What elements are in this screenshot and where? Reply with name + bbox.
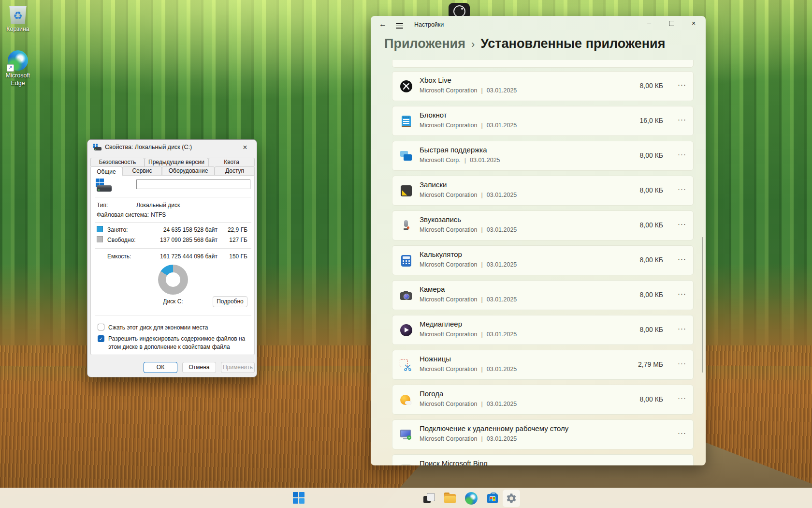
app-name: Медиаплеер: [420, 320, 462, 328]
shortcut-arrow-icon: ↗: [7, 64, 14, 72]
app-name: Калькулятор: [420, 250, 462, 258]
app-meta: Microsoft Corporation|03.01.2025: [420, 296, 517, 303]
quick-assist-icon: [399, 149, 413, 163]
divider: [95, 315, 251, 315]
app-meta: Microsoft Corporation|03.01.2025: [420, 226, 517, 233]
snipping-tool-icon: [399, 359, 413, 372]
task-view-button[interactable]: [422, 492, 435, 505]
breadcrumb-separator: ›: [465, 38, 480, 50]
details-button[interactable]: Подробно: [213, 296, 247, 307]
settings-button[interactable]: [503, 490, 520, 507]
tab-sharing[interactable]: Доступ: [215, 166, 255, 176]
app-row[interactable]: Записки Microsoft Corporation|03.01.2025…: [392, 176, 694, 206]
compress-checkbox[interactable]: [98, 324, 104, 330]
dialog-close-button[interactable]: ×: [238, 141, 252, 154]
row-menu-button[interactable]: ···: [678, 394, 686, 402]
free-label: Свободно:: [107, 237, 136, 243]
window-title: Настройки: [414, 21, 444, 28]
tab-quota[interactable]: Квота: [208, 158, 255, 166]
app-name: Поиск Microsoft Bing: [420, 459, 488, 465]
dialog-title: Свойства: Локальный диск (C:): [105, 144, 192, 150]
row-menu-button[interactable]: ···: [678, 115, 686, 123]
camera-icon: [399, 289, 413, 302]
app-row[interactable]: Погода Microsoft Corporation|03.01.2025 …: [392, 385, 694, 415]
edge-button[interactable]: [465, 492, 478, 505]
desktop-icon-recycle-bin[interactable]: ♻ Корзина: [0, 4, 36, 33]
app-row[interactable]: Звукозапись Microsoft Corporation|03.01.…: [392, 210, 694, 240]
apply-button[interactable]: Применить: [221, 362, 255, 373]
divider: [95, 248, 251, 249]
app-row[interactable]: Xbox Live Microsoft Corporation|03.01.20…: [392, 71, 694, 101]
desktop-icon-label: Microsoft Edge: [1, 72, 35, 87]
app-size: 8,00 КБ: [640, 395, 663, 403]
app-row[interactable]: Поиск Microsoft Bing: [392, 454, 694, 465]
app-row[interactable]: Калькулятор Microsoft Corporation|03.01.…: [392, 245, 694, 275]
desktop-icon-edge[interactable]: ↗ Microsoft Edge: [0, 50, 36, 87]
app-name: Погода: [420, 389, 443, 398]
close-button[interactable]: ×: [684, 17, 703, 30]
index-checkbox[interactable]: ✓: [98, 335, 104, 342]
app-row[interactable]: Камера Microsoft Corporation|03.01.2025 …: [392, 280, 694, 310]
app-row[interactable]: Блокнот Microsoft Corporation|03.01.2025…: [392, 106, 694, 136]
app-name: Ножницы: [420, 355, 451, 363]
row-menu-button[interactable]: ···: [678, 324, 686, 332]
capacity-bytes: 161 725 444 096 байт: [150, 253, 218, 260]
app-name: Звукозапись: [420, 215, 461, 224]
taskbar: РУС 17:22 03.01.2025 z: [0, 488, 812, 508]
app-size: 16,0 КБ: [640, 117, 663, 124]
app-size: 8,00 КБ: [640, 256, 663, 264]
desktop-icon-label: Корзина: [0, 26, 36, 33]
edge-icon: ↗: [8, 50, 28, 71]
tab-previous-versions[interactable]: Предыдущие версии: [145, 158, 208, 166]
divider: [95, 222, 251, 223]
tab-security[interactable]: Безопасность: [90, 158, 145, 166]
breadcrumb-parent[interactable]: Приложения: [384, 36, 465, 51]
row-menu-button[interactable]: ···: [678, 429, 686, 437]
app-size: 8,00 КБ: [640, 186, 663, 194]
file-explorer-button[interactable]: [444, 492, 456, 505]
scrollbar-thumb[interactable]: [702, 237, 703, 373]
capacity-label: Емкость:: [107, 253, 131, 260]
capacity-size: 150 ГБ: [218, 253, 247, 260]
row-menu-button[interactable]: ···: [678, 150, 686, 158]
row-menu-button[interactable]: ···: [678, 359, 686, 367]
app-size: 2,79 МБ: [638, 360, 663, 368]
used-size: 22,9 ГБ: [218, 226, 247, 233]
app-row-partial-top[interactable]: [392, 60, 694, 68]
row-menu-button[interactable]: ···: [678, 289, 686, 298]
store-button[interactable]: [486, 492, 499, 505]
hamburger-menu-icon[interactable]: [396, 22, 403, 30]
free-color-swatch: [97, 236, 103, 242]
tab-general[interactable]: Общие: [90, 166, 122, 177]
start-button[interactable]: [293, 492, 305, 505]
tab-tools[interactable]: Сервис: [122, 166, 162, 176]
row-menu-button[interactable]: ···: [678, 80, 686, 89]
free-bytes: 137 090 285 568 байт: [150, 237, 218, 243]
xbox-live-icon: [399, 80, 413, 93]
disk-small-icon: [93, 144, 102, 150]
app-row[interactable]: Медиаплеер Microsoft Corporation|03.01.2…: [392, 315, 694, 345]
app-name: Подключение к удаленному рабочему столу: [420, 424, 568, 433]
ok-button[interactable]: ОК: [144, 362, 177, 373]
type-label: Тип:: [97, 202, 108, 209]
app-meta: Microsoft Corporation|03.01.2025: [420, 192, 517, 198]
tab-hardware[interactable]: Оборудование: [162, 166, 215, 176]
maximize-button[interactable]: [662, 17, 681, 30]
minimize-button[interactable]: –: [639, 17, 659, 30]
app-row[interactable]: Ножницы Microsoft Corporation|03.01.2025…: [392, 350, 694, 380]
app-meta: Microsoft Corporation|03.01.2025: [420, 401, 517, 407]
app-meta: Microsoft Corp.|03.01.2025: [420, 157, 500, 164]
sound-recorder-icon: [399, 219, 413, 233]
app-meta: Microsoft Corporation|03.01.2025: [420, 435, 517, 442]
app-row[interactable]: Быстрая поддержка Microsoft Corp.|03.01.…: [392, 141, 694, 171]
divider: [95, 197, 251, 197]
app-row[interactable]: » Подключение к удаленному рабочему стол…: [392, 419, 694, 449]
volume-label-input[interactable]: [136, 179, 250, 189]
row-menu-button[interactable]: ···: [678, 220, 686, 228]
back-button[interactable]: ←: [379, 20, 387, 29]
cancel-button[interactable]: Отмена: [182, 362, 216, 373]
disk-usage-donut-chart: [158, 265, 188, 295]
row-menu-button[interactable]: ···: [678, 254, 686, 263]
used-bytes: 24 635 158 528 байт: [150, 226, 218, 233]
row-menu-button[interactable]: ···: [678, 185, 686, 193]
